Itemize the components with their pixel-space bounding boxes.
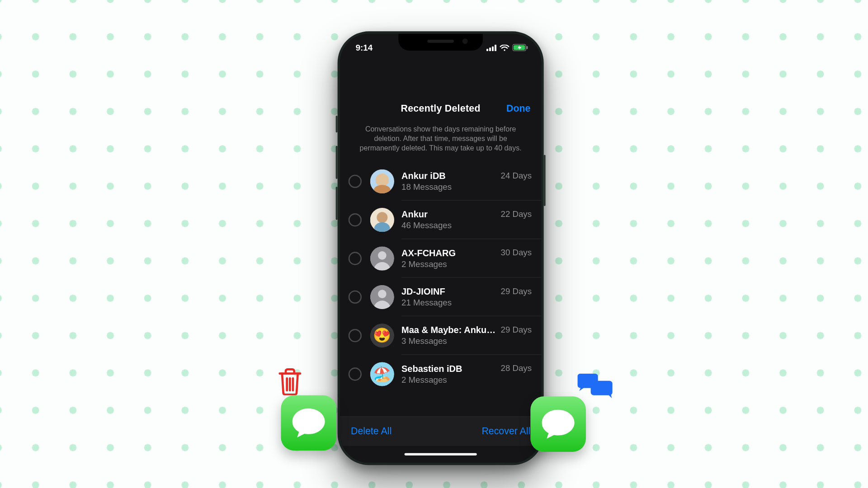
message-count: 2 Messages bbox=[401, 375, 496, 384]
contact-name: AX-FCHARG bbox=[401, 248, 496, 258]
battery-charging-icon bbox=[512, 44, 528, 51]
contact-avatar bbox=[370, 207, 394, 231]
conversation-row[interactable]: AX-FCHARG 2 Messages 30 Days bbox=[340, 239, 541, 277]
contact-avatar bbox=[370, 246, 394, 270]
conversation-row[interactable]: Ankur iDB 18 Messages 24 Days bbox=[340, 162, 541, 200]
select-radio[interactable] bbox=[349, 367, 362, 380]
message-count: 3 Messages bbox=[401, 336, 496, 346]
svg-rect-0 bbox=[486, 48, 488, 51]
svg-point-16 bbox=[378, 290, 387, 298]
trash-icon bbox=[277, 367, 302, 398]
delete-all-button[interactable]: Delete All bbox=[351, 426, 392, 437]
nav-title: Recently Deleted bbox=[401, 103, 481, 114]
contact-avatar: 😍 bbox=[370, 323, 394, 347]
days-remaining: 30 Days bbox=[501, 247, 532, 257]
message-count: 18 Messages bbox=[401, 182, 496, 192]
message-count: 46 Messages bbox=[401, 221, 496, 230]
svg-point-11 bbox=[377, 212, 387, 223]
iphone-frame: 9:14 bbox=[338, 31, 544, 465]
message-count: 2 Messages bbox=[401, 259, 496, 268]
svg-point-14 bbox=[378, 251, 387, 259]
svg-rect-6 bbox=[527, 46, 528, 49]
contact-avatar bbox=[370, 285, 394, 309]
contact-name: Ankur iDB bbox=[401, 170, 496, 181]
contact-name: Maa & Maybe: Ankur... bbox=[401, 325, 496, 335]
select-radio[interactable] bbox=[349, 213, 362, 226]
contact-name: Sebastien iDB bbox=[401, 363, 496, 374]
volume-down-button bbox=[336, 187, 338, 220]
home-indicator bbox=[340, 446, 541, 463]
svg-rect-3 bbox=[495, 44, 496, 51]
nav-bar: Recently Deleted Done bbox=[340, 96, 541, 120]
svg-rect-2 bbox=[492, 46, 494, 51]
days-remaining: 29 Days bbox=[501, 286, 532, 296]
bottom-toolbar: Delete All Recover All bbox=[340, 416, 541, 446]
screen: 9:14 bbox=[340, 34, 541, 463]
conversation-row[interactable]: 😍 Maa & Maybe: Ankur... 3 Messages 29 Da… bbox=[340, 316, 541, 354]
select-radio[interactable] bbox=[349, 328, 362, 342]
info-subtitle: Conversations show the days remaining be… bbox=[340, 121, 541, 162]
mute-switch bbox=[336, 116, 338, 132]
days-remaining: 24 Days bbox=[501, 170, 532, 180]
status-time: 9:14 bbox=[356, 43, 373, 52]
messages-icon-left bbox=[281, 395, 336, 451]
select-radio[interactable] bbox=[349, 174, 362, 188]
messages-icon-right bbox=[530, 396, 586, 452]
wifi-icon bbox=[500, 44, 509, 51]
days-remaining: 28 Days bbox=[501, 363, 532, 372]
svg-rect-18 bbox=[591, 381, 613, 395]
contact-avatar bbox=[370, 169, 394, 193]
cellular-icon bbox=[486, 44, 497, 51]
conversation-row[interactable]: Ankur 46 Messages 22 Days bbox=[340, 200, 541, 239]
conversation-list[interactable]: Ankur iDB 18 Messages 24 Days Ankur 46 M… bbox=[340, 162, 541, 416]
select-radio[interactable] bbox=[349, 252, 362, 265]
recover-all-button[interactable]: Recover All bbox=[481, 426, 530, 437]
days-remaining: 22 Days bbox=[501, 209, 532, 218]
message-count: 21 Messages bbox=[401, 298, 496, 307]
conversation-row[interactable]: JD-JIOINF 21 Messages 29 Days bbox=[340, 277, 541, 316]
contact-name: Ankur bbox=[401, 209, 496, 220]
select-radio[interactable] bbox=[349, 290, 362, 303]
chat-bubbles-icon bbox=[577, 374, 613, 403]
power-button bbox=[544, 155, 546, 206]
days-remaining: 29 Days bbox=[501, 324, 532, 334]
conversation-row[interactable]: 🏖️ Sebastien iDB 2 Messages 28 Days bbox=[340, 355, 541, 393]
done-button[interactable]: Done bbox=[506, 103, 530, 114]
svg-rect-1 bbox=[489, 47, 491, 51]
svg-point-8 bbox=[376, 173, 389, 186]
volume-up-button bbox=[336, 146, 338, 179]
contact-name: JD-JIOINF bbox=[401, 286, 496, 296]
notch bbox=[398, 34, 483, 51]
contact-avatar: 🏖️ bbox=[370, 362, 394, 386]
